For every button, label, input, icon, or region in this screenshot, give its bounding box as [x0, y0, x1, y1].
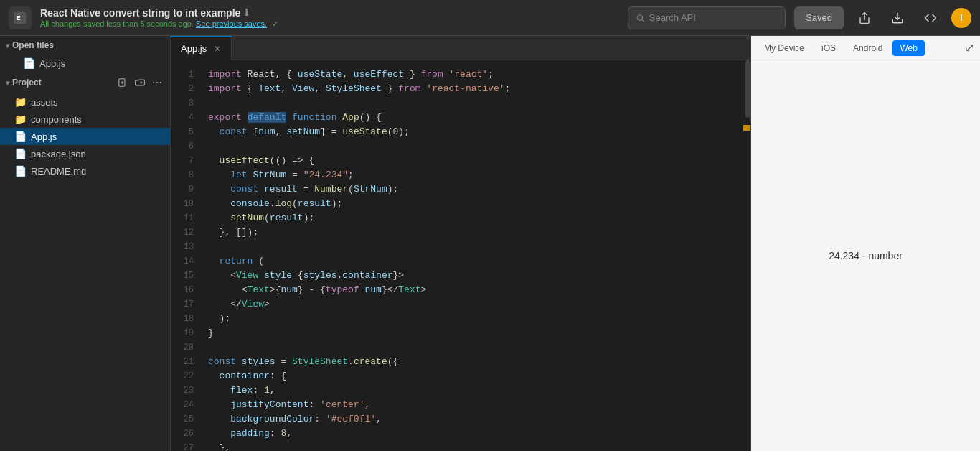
code-line[interactable]: }: [208, 326, 743, 340]
sidebar-item-readme[interactable]: 📄 README.md: [0, 162, 170, 180]
code-line[interactable]: <Text>{num} - {typeof num}</Text>: [208, 283, 743, 297]
see-previous-saves-link[interactable]: See previous saves.: [196, 19, 267, 28]
chevron-down-icon: ▾: [6, 42, 9, 50]
line-number: 14: [171, 254, 202, 269]
folder-icon: 📁: [14, 96, 27, 108]
code-line[interactable]: [208, 139, 743, 154]
code-line[interactable]: </View>: [208, 297, 743, 312]
line-number: 8: [171, 168, 202, 182]
svg-text:E: E: [17, 14, 21, 22]
file-icon: 📄: [14, 165, 27, 177]
code-line[interactable]: );: [208, 312, 743, 326]
line-number: 19: [171, 326, 202, 340]
preview-content: 24.234 - number: [751, 60, 980, 451]
code-line[interactable]: [208, 340, 743, 355]
tab-app-js[interactable]: App.js ✕: [171, 36, 232, 60]
user-avatar[interactable]: I: [951, 8, 971, 28]
code-line[interactable]: },: [208, 441, 743, 451]
code-line[interactable]: [208, 96, 743, 111]
new-folder-button[interactable]: [133, 77, 147, 88]
line-number: 10: [171, 197, 202, 211]
close-tab-icon[interactable]: ✕: [214, 44, 221, 54]
preview-panel: My DeviceiOSAndroidWeb⤢ 24.234 - number: [750, 36, 980, 451]
sidebar-item-app-js[interactable]: 📄 App.js: [0, 128, 170, 145]
scrollbar-marker: [743, 125, 750, 131]
code-line[interactable]: [208, 240, 743, 254]
search-bar[interactable]: [628, 6, 786, 29]
code-editor[interactable]: 1234567891011121314151617181920212223242…: [171, 60, 750, 451]
code-line[interactable]: import React, { useState, useEffect } fr…: [208, 68, 743, 82]
code-line[interactable]: export default function App() {: [208, 111, 743, 125]
sidebar-item-label: README.md: [31, 166, 86, 177]
scrollbar-thumb[interactable]: [745, 60, 750, 118]
line-number: 24: [171, 398, 202, 412]
more-options-button[interactable]: ⋯: [150, 76, 164, 89]
download-icon: [891, 11, 904, 24]
code-line[interactable]: const styles = StyleSheet.create({: [208, 355, 743, 369]
code-line[interactable]: flex: 1,: [208, 383, 743, 398]
code-line[interactable]: let StrNum = "24.234";: [208, 168, 743, 182]
preview-tab-android[interactable]: Android: [846, 40, 890, 56]
editor-scrollbar[interactable]: [743, 60, 750, 451]
editor-tabs: App.js ✕: [171, 36, 750, 60]
line-number: 23: [171, 383, 202, 398]
code-line[interactable]: return (: [208, 254, 743, 269]
sidebar-item-label: assets: [31, 97, 58, 108]
code-line[interactable]: useEffect(() => {: [208, 154, 743, 168]
preview-output-text: 24.234 - number: [829, 250, 903, 261]
code-line[interactable]: const result = Number(StrNum);: [208, 182, 743, 197]
line-number: 12: [171, 226, 202, 240]
project-section[interactable]: ▾ Project ⋯: [0, 72, 170, 93]
code-content[interactable]: import React, { useState, useEffect } fr…: [202, 60, 743, 451]
preview-expand-button[interactable]: ⤢: [965, 41, 974, 55]
preview-tabs: My DeviceiOSAndroidWeb⤢: [751, 36, 980, 60]
sidebar-item-app-js-open[interactable]: 📄 App.js: [0, 55, 170, 72]
saved-button[interactable]: Saved: [794, 6, 844, 29]
new-folder-icon: [135, 78, 145, 88]
code-line[interactable]: const [num, setNum] = useState(0);: [208, 125, 743, 139]
line-number: 6: [171, 139, 202, 154]
preview-tab-ios[interactable]: iOS: [814, 40, 843, 56]
line-number: 21: [171, 355, 202, 369]
sidebar-item-components[interactable]: 📁 components: [0, 111, 170, 128]
code-line[interactable]: console.log(result);: [208, 197, 743, 211]
chevron-down-icon: ▾: [6, 79, 9, 87]
sidebar: ▾ Open files 📄 App.js ▾ Project: [0, 36, 171, 451]
line-number: 5: [171, 125, 202, 139]
code-icon-button[interactable]: [918, 9, 943, 27]
line-number: 2: [171, 82, 202, 96]
code-line[interactable]: backgroundColor: '#ecf0f1',: [208, 412, 743, 427]
code-line[interactable]: setNum(result);: [208, 211, 743, 226]
code-line[interactable]: }, []);: [208, 226, 743, 240]
download-icon-button[interactable]: [885, 9, 910, 27]
header-title-area: React Native convert string to int examp…: [40, 7, 619, 29]
new-file-icon: [118, 78, 128, 88]
sidebar-item-package-json[interactable]: 📄 package.json: [0, 145, 170, 162]
sidebar-item-label: package.json: [31, 149, 86, 159]
search-input[interactable]: [649, 12, 778, 23]
code-line[interactable]: justifyContent: 'center',: [208, 398, 743, 412]
new-file-button[interactable]: [116, 77, 130, 88]
info-icon[interactable]: ℹ: [245, 7, 248, 18]
share-icon-button[interactable]: [852, 9, 877, 27]
file-icon: 📄: [23, 57, 35, 69]
code-line[interactable]: container: {: [208, 369, 743, 383]
line-number: 9: [171, 182, 202, 197]
preview-tab-my-device[interactable]: My Device: [757, 40, 811, 56]
code-line[interactable]: import { Text, View, StyleSheet } from '…: [208, 82, 743, 96]
header-subtitle: All changes saved less than 5 seconds ag…: [40, 19, 619, 29]
open-files-section[interactable]: ▾ Open files: [0, 36, 170, 55]
line-number: 4: [171, 111, 202, 125]
sidebar-item-assets[interactable]: 📁 assets: [0, 93, 170, 111]
preview-tab-web[interactable]: Web: [892, 40, 924, 56]
line-number: 7: [171, 154, 202, 168]
tab-label: App.js: [181, 43, 207, 54]
code-line[interactable]: <View style={styles.container}>: [208, 269, 743, 283]
line-number: 26: [171, 427, 202, 441]
code-line[interactable]: padding: 8,: [208, 427, 743, 441]
editor-area: App.js ✕ 1234567891011121314151617181920…: [171, 36, 750, 451]
line-number: 18: [171, 312, 202, 326]
svg-line-3: [642, 19, 644, 22]
file-icon: 📄: [14, 131, 27, 142]
project-actions: ⋯: [116, 76, 164, 89]
